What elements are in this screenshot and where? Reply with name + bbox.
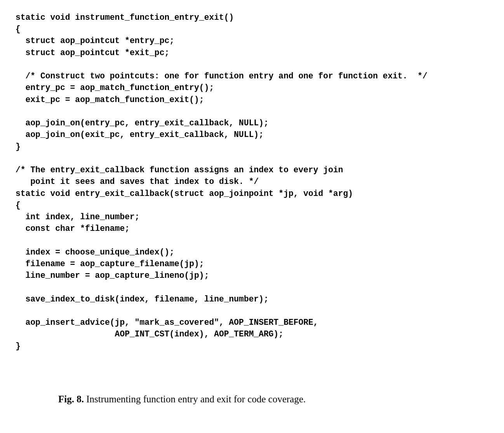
code-listing: static void instrument_function_entry_ex…	[16, 12, 488, 352]
figure-caption: Fig. 8. Instrumenting function entry and…	[58, 394, 488, 405]
figure-label: Fig. 8.	[58, 394, 84, 404]
figure-caption-text: Instrumenting function entry and exit fo…	[84, 394, 306, 404]
